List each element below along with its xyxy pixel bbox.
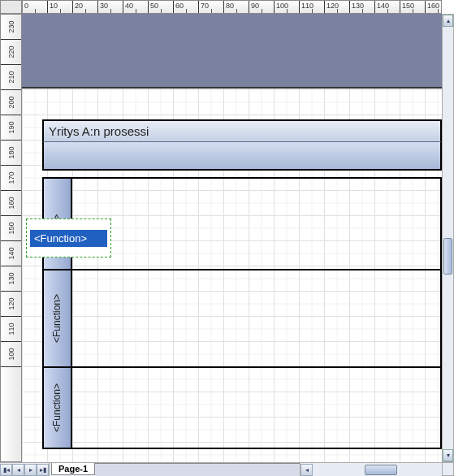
text-edit-input[interactable]: <Function> bbox=[30, 230, 107, 247]
ruler-tick bbox=[325, 1, 350, 13]
ruler-tick bbox=[199, 1, 224, 13]
ruler-vertical: 2302202102001901801701601501401301201101… bbox=[0, 14, 22, 462]
ruler-tick: 120 bbox=[1, 292, 21, 317]
page-tab[interactable]: Page-1 bbox=[51, 463, 95, 475]
lane-label-text: <Function> bbox=[52, 294, 63, 343]
canvas-viewport[interactable]: Yritys A:n prosessi <F > <Function> <Fun… bbox=[22, 14, 442, 462]
ruler-tick bbox=[23, 1, 48, 13]
ruler-tick: 220 bbox=[1, 40, 21, 65]
ruler-tick bbox=[149, 1, 174, 13]
text-edit-overlay[interactable]: <Function> bbox=[26, 219, 111, 257]
scroll-left-button[interactable]: ◂ bbox=[301, 464, 313, 476]
ruler-tick bbox=[224, 1, 249, 13]
horizontal-scroll-track[interactable] bbox=[313, 464, 442, 476]
vertical-scrollbar[interactable]: ▴ ▾ bbox=[442, 14, 454, 462]
ruler-horizontal bbox=[22, 0, 442, 14]
ruler-tick bbox=[426, 1, 442, 13]
ruler-tick: 160 bbox=[1, 191, 21, 216]
ruler-tick: 230 bbox=[1, 15, 21, 40]
ruler-tick: 190 bbox=[1, 115, 21, 141]
swimlane-lane[interactable]: <Function> bbox=[42, 270, 442, 368]
scroll-up-button[interactable]: ▴ bbox=[443, 15, 453, 27]
bottom-bar: ▮◂ ◂ ▸ ▸▮ Page-1 ◂ ▸ bbox=[0, 462, 454, 476]
ruler-tick bbox=[73, 1, 98, 13]
ruler-tick: 110 bbox=[1, 317, 21, 342]
horizontal-scrollbar[interactable]: ◂ ▸ bbox=[300, 463, 454, 476]
ruler-tick: 100 bbox=[1, 342, 21, 367]
page-nav-buttons: ▮◂ ◂ ▸ ▸▮ bbox=[0, 463, 50, 476]
ruler-tick: 140 bbox=[1, 241, 21, 266]
prev-page-button[interactable]: ◂ bbox=[12, 464, 24, 476]
ruler-tick bbox=[249, 1, 275, 13]
ruler-tick bbox=[400, 1, 426, 13]
ruler-tick: 130 bbox=[1, 266, 21, 292]
ruler-tick bbox=[300, 1, 325, 13]
scroll-corner bbox=[442, 462, 454, 476]
ruler-tick bbox=[350, 1, 375, 13]
lane-label-text: <Function> bbox=[52, 383, 63, 432]
first-page-button[interactable]: ▮◂ bbox=[0, 464, 12, 476]
lane-label[interactable]: <Function> bbox=[44, 270, 72, 366]
page-tab-strip: Page-1 bbox=[50, 463, 95, 476]
next-page-button[interactable]: ▸ bbox=[24, 464, 37, 476]
ruler-tick bbox=[98, 1, 123, 13]
tab-strip-background bbox=[95, 463, 300, 476]
swimlane-title[interactable]: Yritys A:n prosessi bbox=[42, 119, 442, 142]
vertical-scroll-thumb[interactable] bbox=[443, 238, 452, 275]
horizontal-scroll-thumb[interactable] bbox=[365, 465, 397, 475]
swimlane-shape[interactable]: Yritys A:n prosessi <F > <Function> <Fun… bbox=[42, 119, 442, 449]
last-page-button[interactable]: ▸▮ bbox=[37, 464, 49, 476]
lane-label[interactable]: <Function> bbox=[44, 368, 72, 448]
ruler-tick: 180 bbox=[1, 141, 21, 166]
ruler-tick: 170 bbox=[1, 166, 21, 191]
ruler-tick bbox=[123, 1, 149, 13]
ruler-tick bbox=[48, 1, 73, 13]
ruler-tick bbox=[174, 1, 199, 13]
ruler-tick bbox=[275, 1, 300, 13]
page-margin-band bbox=[22, 14, 442, 89]
ruler-tick: 200 bbox=[1, 90, 21, 115]
ruler-tick bbox=[375, 1, 400, 13]
ruler-tick: 150 bbox=[1, 216, 21, 241]
ruler-tick: 210 bbox=[1, 65, 21, 90]
scroll-down-button[interactable]: ▾ bbox=[443, 449, 453, 461]
ruler-corner bbox=[0, 0, 22, 14]
swimlane-phase-header[interactable] bbox=[42, 142, 442, 171]
swimlane-lane[interactable]: <Function> bbox=[42, 368, 442, 449]
